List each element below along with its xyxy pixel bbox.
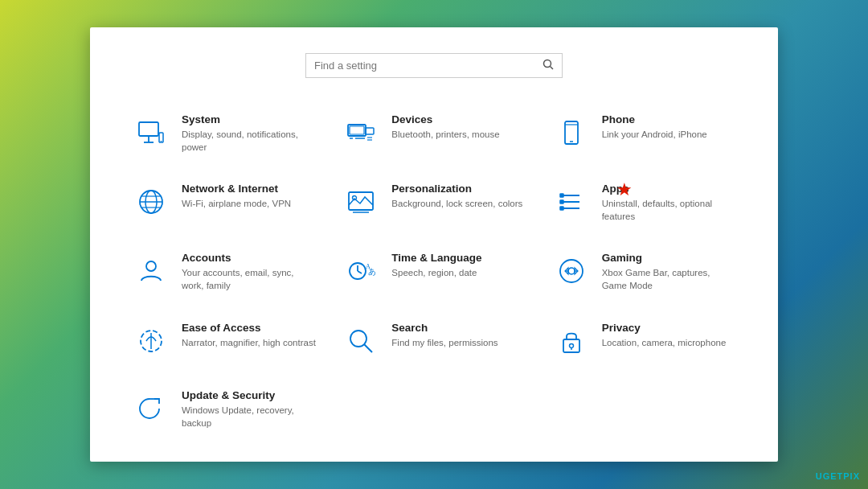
update-text: Update & Security Windows Update, recove… [182,389,316,429]
devices-title: Devices [391,113,499,125]
settings-grid: System Display, sound, notifications, po… [122,101,746,442]
svg-point-0 [544,60,551,68]
search-item-subtitle: Find my files, permissions [391,336,497,349]
svg-point-40 [568,268,575,274]
devices-icon [342,113,380,152]
settings-window: System Display, sound, notifications, po… [90,27,778,462]
personalization-text: Personalization Background, lock screen,… [391,183,522,210]
star-badge: ★ [616,181,633,199]
svg-point-46 [569,343,573,347]
devices-text: Devices Bluetooth, printers, mouse [391,113,499,141]
settings-item-network[interactable]: Network & Internet Wi-Fi, airplane mode,… [122,170,326,236]
ease-text: Ease of Access Narrator, magnifier, high… [182,322,316,349]
settings-item-devices[interactable]: Devices Bluetooth, printers, mouse [332,101,535,166]
settings-item-search[interactable]: Search Find my files, permissions [332,309,535,373]
settings-item-apps[interactable]: Apps Uninstall, defaults, optional featu… [542,170,746,236]
phone-title: Phone [602,113,707,125]
system-text: System Display, sound, notifications, po… [182,113,316,154]
system-subtitle: Display, sound, notifications, power [182,128,316,154]
network-text: Network & Internet Wi-Fi, airplane mode,… [182,183,291,210]
update-icon [132,389,170,428]
svg-line-34 [358,271,362,273]
personalization-icon [342,183,380,221]
network-icon [132,183,170,221]
time-title: Time & Language [391,252,481,264]
svg-rect-30 [560,207,563,210]
accounts-subtitle: Your accounts, email, sync, work, family [182,266,316,292]
search-item-title: Search [391,322,497,334]
ease-subtitle: Narrator, magnifier, high contrast [182,336,316,349]
update-subtitle: Windows Update, recovery, backup [182,404,316,429]
apps-subtitle: Uninstall, defaults, optional features [602,197,736,223]
settings-item-phone[interactable]: Phone Link your Android, iPhone [542,101,746,166]
svg-rect-9 [366,128,374,134]
svg-rect-29 [560,200,563,203]
privacy-text: Privacy Location, camera, microphone [602,322,727,349]
settings-item-ease[interactable]: Ease of Access Narrator, magnifier, high… [122,309,326,373]
svg-rect-8 [350,126,364,134]
privacy-subtitle: Location, camera, microphone [602,336,727,349]
gaming-title: Gaming [602,252,736,264]
devices-subtitle: Bluetooth, printers, mouse [391,128,499,141]
settings-item-system[interactable]: System Display, sound, notifications, po… [122,101,326,166]
phone-icon [552,113,591,152]
settings-item-time[interactable]: A あ Time & Language Speech, region, date [332,239,535,305]
settings-item-update[interactable]: Update & Security Windows Update, recove… [122,376,326,442]
svg-line-1 [551,67,554,70]
accounts-title: Accounts [182,252,316,264]
svg-line-44 [364,344,372,352]
time-subtitle: Speech, region, date [391,266,481,279]
personalization-subtitle: Background, lock screen, colors [391,197,522,210]
settings-item-privacy[interactable]: Privacy Location, camera, microphone [542,309,746,373]
svg-rect-28 [560,194,563,197]
time-icon: A あ [342,252,380,290]
gaming-subtitle: Xbox Game Bar, captures, Game Mode [602,266,736,292]
gaming-icon [552,252,591,290]
svg-rect-2 [139,122,158,136]
ease-icon [132,322,170,360]
search-settings-icon [342,322,380,360]
phone-subtitle: Link your Android, iPhone [602,128,707,141]
network-subtitle: Wi-Fi, airplane mode, VPN [182,197,291,210]
search-item-text: Search Find my files, permissions [391,322,497,349]
time-text: Time & Language Speech, region, date [391,252,481,279]
search-input[interactable] [314,60,542,72]
svg-text:あ: あ [368,267,375,276]
personalization-title: Personalization [391,183,522,195]
network-title: Network & Internet [182,183,291,195]
search-bar [305,53,563,78]
ease-title: Ease of Access [182,322,316,334]
watermark: UGETPIX [816,471,860,481]
gaming-text: Gaming Xbox Game Bar, captures, Game Mod… [602,252,736,292]
system-title: System [182,113,316,125]
search-bar-container [305,53,563,78]
phone-text: Phone Link your Android, iPhone [602,113,707,141]
search-icon [542,59,554,72]
settings-item-personalization[interactable]: Personalization Background, lock screen,… [332,170,535,236]
accounts-text: Accounts Your accounts, email, sync, wor… [182,252,316,292]
settings-item-gaming[interactable]: Gaming Xbox Game Bar, captures, Game Mod… [542,239,746,305]
svg-point-37 [560,260,583,282]
apps-icon [552,183,591,221]
privacy-title: Privacy [602,322,727,334]
privacy-icon [552,322,591,360]
settings-item-accounts[interactable]: Accounts Your accounts, email, sync, wor… [122,239,326,305]
svg-point-31 [146,261,156,271]
accounts-icon [132,252,170,290]
system-icon [132,113,170,152]
update-title: Update & Security [182,389,316,401]
svg-rect-45 [563,339,579,352]
